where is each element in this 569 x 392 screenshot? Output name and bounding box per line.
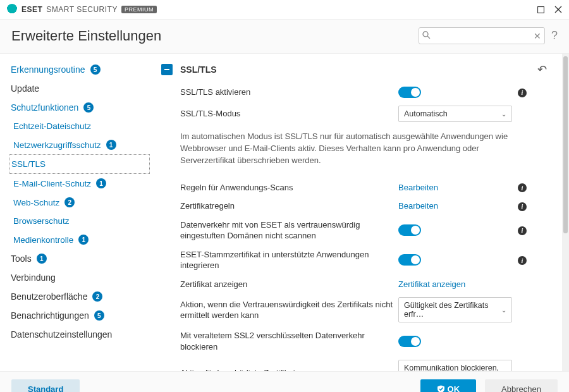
search-wrap: ✕ ? [419, 27, 558, 44]
sidebar-item-label: Browserschutz [13, 216, 70, 226]
section-header: SSL/TLS ↶ [155, 54, 553, 83]
section-title: SSL/TLS [180, 64, 530, 75]
edit-cert-rules-link[interactable]: Bearbeiten [398, 201, 438, 211]
edit-app-rules-link[interactable]: Bearbeiten [398, 183, 438, 192]
sidebar-item-label: Verbindung [11, 273, 56, 283]
svg-point-1 [423, 32, 428, 37]
sidebar-item-label: Echtzeit-Dateischutz [13, 121, 91, 131]
sidebar-item-13[interactable]: Benachrichtigungen5 [0, 306, 155, 325]
info-icon[interactable]: i [518, 256, 527, 265]
chevron-down-icon: ⌄ [501, 369, 506, 371]
row-label: Regeln für Anwendungs-Scans [180, 182, 398, 193]
row-label: Mit veraltetem SSL2 verschlüsselten Date… [180, 330, 398, 352]
help-icon[interactable]: ? [551, 29, 558, 42]
cancel-button[interactable]: Abbrechen [485, 379, 558, 392]
sidebar-item-3[interactable]: Echtzeit-Dateischutz [0, 117, 155, 135]
header: Erweiterte Einstellungen ✕ ? [0, 20, 569, 54]
sidebar-item-label: Web-Schutz [13, 198, 59, 207]
maximize-button[interactable] [536, 5, 545, 14]
sidebar-item-label: Medienkontrolle [13, 235, 73, 245]
row-root-cert: ESET-Stammzertifikat in unterstützte Anw… [155, 245, 553, 275]
footer: Standard OK Abbrechen [0, 371, 569, 392]
sidebar-item-9[interactable]: Medienkontrolle1 [0, 230, 155, 249]
row-label: Zertifikat anzeigen [180, 279, 398, 290]
sidebar-item-12[interactable]: Benutzeroberfläche2 [0, 287, 155, 306]
select-value: Kommunikation blockieren, … [404, 364, 501, 371]
sidebar-item-8[interactable]: Browserschutz [0, 212, 155, 230]
row-trust-action: Aktion, wenn die Vertrauenswürdigkeit de… [155, 293, 553, 326]
sidebar-item-label: Tools [11, 254, 32, 264]
sidebar-badge: 1 [106, 140, 116, 150]
brand-logo-icon [6, 4, 18, 15]
sidebar-badge: 5 [90, 64, 101, 75]
root-cert-toggle[interactable] [398, 254, 421, 266]
sidebar-badge: 1 [37, 254, 47, 264]
sidebar-item-label: Datenschutzeinstellungen [11, 329, 112, 340]
content: SSL/TLS ↶ SSL/TLS aktivieren i SSL/TLS-M… [155, 54, 569, 371]
page-title: Erweiterte Einstellungen [11, 28, 161, 44]
row-trusted-domains: Datenverkehr mit von ESET als vertrauens… [155, 216, 553, 245]
brand-name-2: SMART SECURITY [46, 5, 118, 14]
sidebar-badge: 5 [94, 310, 104, 321]
sidebar-item-label: E-Mail-Client-Schutz [13, 179, 91, 188]
ok-label: OK [448, 384, 460, 392]
damaged-cert-select[interactable]: Kommunikation blockieren, … ⌄ [398, 360, 512, 371]
sidebar-badge: 5 [83, 102, 94, 113]
row-label: SSL/TLS-Modus [180, 108, 398, 119]
sidebar-item-2[interactable]: Schutzfunktionen5 [0, 98, 155, 117]
sidebar-item-11[interactable]: Verbindung [0, 268, 155, 287]
row-label: Zertifikatregeln [180, 200, 398, 212]
default-button[interactable]: Standard [11, 379, 80, 392]
mode-description: Im automatischen Modus ist SSL/TLS nur f… [155, 126, 553, 178]
sidebar-item-label: Schutzfunktionen [11, 102, 78, 113]
sidebar-badge: 2 [64, 197, 75, 207]
show-cert-link[interactable]: Zertifikat anzeigen [398, 279, 465, 289]
info-icon[interactable]: i [518, 202, 527, 211]
trust-action-select[interactable]: Gültigkeit des Zertifikats erfr… ⌄ [398, 297, 512, 322]
select-value: Automatisch [404, 109, 448, 118]
svg-rect-2 [164, 69, 169, 70]
footer-right: OK Abbrechen [420, 379, 558, 392]
undo-icon[interactable]: ↶ [537, 63, 547, 77]
sidebar-item-label: Erkennungsroutine [11, 64, 85, 75]
content-inner: SSL/TLS ↶ SSL/TLS aktivieren i SSL/TLS-M… [155, 54, 562, 371]
brand-badge: PREMIUM [121, 6, 157, 13]
row-label: Datenverkehr mit von ESET als vertrauens… [180, 219, 398, 242]
ok-button[interactable]: OK [420, 379, 477, 392]
close-button[interactable] [554, 5, 563, 14]
info-icon[interactable]: i [518, 89, 527, 97]
brand: ESET SMART SECURITY PREMIUM [6, 4, 157, 15]
sidebar-item-5[interactable]: SSL/TLS [9, 154, 150, 174]
sidebar-item-label: Benutzeroberfläche [11, 291, 87, 302]
sidebar-item-4[interactable]: Netzwerkzugriffsschutz1 [0, 135, 155, 154]
ssl-mode-select[interactable]: Automatisch ⌄ [398, 106, 512, 122]
ssl-enable-toggle[interactable] [398, 87, 421, 98]
row-label: Aktion, wenn die Vertrauenswürdigkeit de… [180, 299, 398, 321]
sidebar-item-label: Netzwerkzugriffsschutz [13, 140, 101, 150]
trusted-domains-toggle[interactable] [398, 224, 421, 236]
info-icon[interactable]: i [518, 183, 527, 192]
scrollbar[interactable] [562, 54, 569, 371]
titlebar: ESET SMART SECURITY PREMIUM [0, 0, 569, 20]
row-damaged-cert: Aktion für beschädigte Zertifikate Kommu… [155, 356, 553, 371]
search-input[interactable] [419, 27, 545, 44]
sidebar-item-10[interactable]: Tools1 [0, 249, 155, 268]
collapse-icon[interactable] [161, 64, 173, 75]
sidebar-item-1[interactable]: Update [0, 79, 155, 98]
search-box: ✕ [419, 27, 545, 44]
sidebar-item-0[interactable]: Erkennungsroutine5 [0, 60, 155, 79]
sidebar: Erkennungsroutine5UpdateSchutzfunktionen… [0, 54, 155, 371]
sidebar-badge: 2 [92, 291, 102, 302]
row-label: Aktion für beschädigte Zertifikate [180, 367, 398, 371]
sidebar-item-14[interactable]: Datenschutzeinstellungen [0, 325, 155, 344]
sidebar-item-7[interactable]: Web-Schutz2 [0, 193, 155, 212]
clear-search-icon[interactable]: ✕ [534, 31, 541, 41]
scrollbar-thumb[interactable] [563, 56, 568, 233]
sidebar-item-6[interactable]: E-Mail-Client-Schutz1 [0, 174, 155, 193]
chevron-down-icon: ⌄ [501, 307, 506, 314]
search-icon [422, 31, 431, 41]
sidebar-item-label: SSL/TLS [11, 159, 46, 169]
info-icon[interactable]: i [518, 226, 527, 235]
ssl2-block-toggle[interactable] [398, 336, 421, 347]
sidebar-badge: 1 [96, 178, 106, 188]
